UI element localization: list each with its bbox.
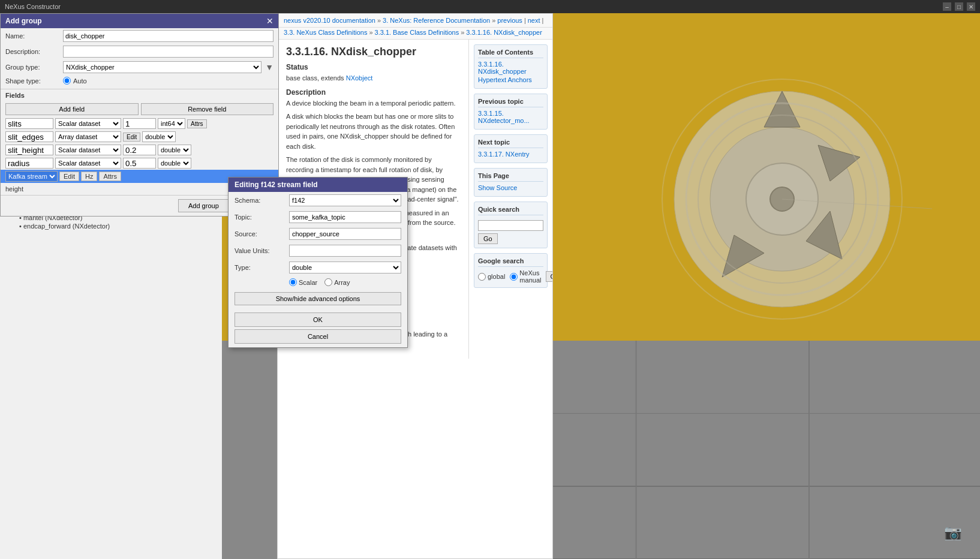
minimize-button[interactable]: – [943, 2, 951, 11]
breadcrumb-ref[interactable]: 3. NeXus: Reference Documentation [383, 17, 490, 24]
kafka-hz-button[interactable]: Hz [81, 172, 97, 181]
maximize-button[interactable]: □ [955, 2, 963, 11]
kafka-attrs-button[interactable]: Attrs [99, 172, 121, 181]
field-name-radius[interactable] [5, 158, 53, 169]
group-type-select[interactable]: NXdisk_chopper [63, 61, 261, 73]
type-select[interactable]: double [289, 262, 401, 274]
field-row-radius: Scalar dataset double [1, 157, 278, 170]
field-dtype-slits[interactable]: int64 [158, 118, 185, 129]
field-value-slit-height[interactable] [123, 145, 156, 155]
group-type-row: Group type: NXdisk_chopper ▼ [1, 59, 278, 75]
this-page-box: This Page Show Source [474, 168, 548, 197]
source-row: Source: [229, 226, 407, 242]
scalar-radio[interactable]: Scalar [289, 278, 317, 286]
quick-search-input[interactable] [478, 220, 543, 231]
title-bar: NeXus Constructor – □ ✕ [0, 0, 980, 13]
breadcrumb-nexus[interactable]: nexus v2020.10 documentation [284, 17, 375, 24]
doc-title: 3.3.1.16. NXdisk_chopper [286, 46, 460, 58]
status-section: Status [286, 63, 460, 71]
field-attrs-slits[interactable]: Attrs [187, 119, 207, 128]
status-text: base class, extends NXobject [286, 73, 460, 83]
prev-topic-box: Previous topic 3.3.1.15. NXdetector_mo..… [474, 94, 548, 130]
breadcrumb-pipe1: | [524, 17, 526, 24]
show-source-link[interactable]: Show Source [478, 184, 543, 191]
add-group-title-bar: Add group ✕ [1, 14, 278, 28]
field-name-slits[interactable] [5, 118, 53, 129]
camera-icon: 📷 [944, 524, 962, 541]
field-type-select-slit-height[interactable]: Scalar dataset [55, 145, 121, 155]
nxobject-link[interactable]: NXobject [346, 74, 373, 82]
advanced-btn-row: Show/hide advanced options [229, 288, 407, 309]
description-row: Description: [1, 44, 278, 59]
prev-topic-link[interactable]: 3.3.1.15. NXdetector_mo... [478, 110, 543, 124]
value-units-input[interactable] [289, 245, 401, 257]
schema-row: Schema: f142 [229, 192, 407, 209]
toc-title: Table of Contents [478, 49, 543, 58]
breadcrumb-sep4: » [461, 29, 464, 36]
prev-topic-title: Previous topic [478, 98, 543, 107]
toc-link-2[interactable]: Hypertext Anchors [478, 76, 543, 83]
source-label: Source: [235, 230, 285, 238]
next-topic-link[interactable]: 3.3.1.17. NXentry [478, 151, 543, 158]
array-radio[interactable]: Array [324, 278, 350, 286]
field-type-select-slits[interactable]: Scalar dataset [55, 118, 121, 129]
add-group-button[interactable]: Add group [178, 199, 229, 212]
field-name-slit-edges[interactable] [5, 131, 53, 142]
this-page-title: This Page [478, 172, 543, 182]
toc-link-1[interactable]: 3.3.1.16. NXdisk_chopper [478, 61, 543, 75]
kafka-stream-select[interactable]: Kafka stream [5, 171, 58, 182]
field-dtype-slit-edges[interactable]: double [142, 131, 176, 142]
field-row-slit-edges: Array dataset Edit double [1, 130, 278, 143]
fields-actions: Add field Remove field [1, 101, 278, 117]
dialog-cancel-button[interactable]: Cancel [235, 329, 401, 344]
group-type-dropdown-icon[interactable]: ▼ [265, 62, 273, 72]
field-edit-slit-edges[interactable]: Edit [123, 133, 140, 142]
kafka-edit-button[interactable]: Edit [59, 172, 79, 181]
breadcrumb-prev[interactable]: previous [497, 17, 522, 24]
dialog-ok-button[interactable]: OK [235, 312, 401, 327]
quick-search-title: Quick search [478, 206, 543, 215]
name-label: Name: [5, 32, 59, 40]
field-dtype-radius[interactable]: double [158, 158, 191, 169]
dialog-buttons: OK Cancel [229, 309, 407, 347]
scalar-array-row: Scalar Array [229, 276, 407, 288]
global-radio[interactable]: global [478, 273, 505, 281]
next-topic-box: Next topic 3.3.1.17. NXentry [474, 134, 548, 163]
search-button[interactable]: Go [478, 233, 498, 244]
field-type-select-slit-edges[interactable]: Array dataset [55, 131, 121, 142]
group-type-label: Group type: [5, 64, 59, 71]
type-row: Type: double [229, 259, 407, 276]
tree-item-endcap[interactable]: • endcap_forward (NXdetector) [12, 222, 218, 230]
field-type-select-radius[interactable]: Scalar dataset [55, 158, 121, 169]
field-value-radius[interactable] [123, 158, 156, 169]
field-name-slit-height[interactable] [5, 145, 53, 155]
next-topic-title: Next topic [478, 139, 543, 148]
doc-breadcrumb-2: 3.3. NeXus Class Definitions » 3.3.1. Ba… [278, 28, 552, 40]
shape-auto-radio[interactable]: Auto [63, 77, 87, 85]
scalar-array-group: Scalar Array [289, 278, 350, 286]
field-value-slits[interactable] [123, 118, 156, 129]
title-bar-controls: – □ ✕ [943, 2, 975, 11]
shape-type-row: Shape type: Auto [1, 75, 278, 86]
close-button[interactable]: ✕ [967, 2, 975, 11]
breadcrumb-page[interactable]: 3.3.1.16. NXdisk_chopper [466, 29, 542, 36]
name-input[interactable] [63, 30, 273, 42]
breadcrumb-base-class[interactable]: 3.3.1. Base Class Definitions [375, 29, 459, 36]
add-field-button[interactable]: Add field [5, 103, 139, 115]
remove-field-button[interactable]: Remove field [141, 103, 274, 115]
toc-box: Table of Contents 3.3.1.16. NXdisk_chopp… [474, 44, 548, 89]
nexus-manual-radio[interactable]: NeXus manual [510, 269, 541, 284]
field-dtype-slit-height[interactable]: double [158, 145, 191, 155]
doc-breadcrumb: nexus v2020.10 documentation » 3. NeXus:… [278, 14, 552, 28]
advanced-options-button[interactable]: Show/hide advanced options [235, 292, 401, 305]
add-group-close-button[interactable]: ✕ [266, 16, 273, 26]
topic-input[interactable] [289, 211, 401, 223]
google-search-box: Google search global NeXus manual Go [474, 253, 548, 288]
google-go-button[interactable]: Go [546, 271, 553, 282]
breadcrumb-classdefs[interactable]: 3.3. NeXus Class Definitions [284, 29, 367, 36]
schema-select[interactable]: f142 [289, 194, 401, 206]
source-input[interactable] [289, 228, 401, 240]
breadcrumb-next[interactable]: next [528, 17, 540, 24]
description-input[interactable] [63, 46, 273, 58]
desc-text-2: A disk which blocks the beam but has one… [286, 112, 460, 151]
